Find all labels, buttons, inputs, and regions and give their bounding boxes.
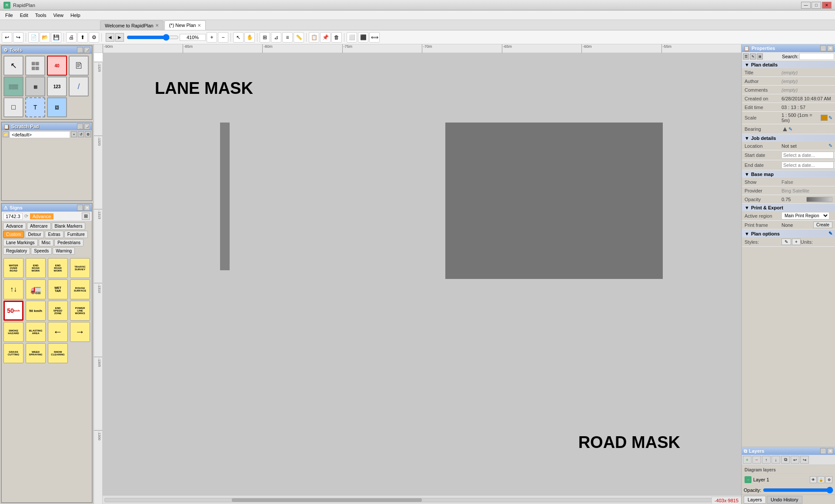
scratch-pad-float[interactable]: _: [77, 123, 83, 129]
signs-nav-btn[interactable]: ⊞: [82, 212, 90, 220]
layer-1-visible[interactable]: 👁: [810, 476, 817, 483]
menu-help[interactable]: Help: [67, 12, 84, 19]
layer-add[interactable]: +: [743, 456, 752, 464]
toolbar-measure[interactable]: 📏: [294, 32, 304, 43]
create-button[interactable]: Create: [813, 222, 832, 228]
select-tool[interactable]: ↖: [3, 56, 23, 76]
toolbar-print[interactable]: 🖨: [66, 32, 77, 43]
sign-right-arrow[interactable]: →: [70, 322, 90, 342]
text-tool[interactable]: T: [25, 97, 45, 117]
toolbar-select[interactable]: ↖: [233, 32, 244, 43]
zoom-in[interactable]: +: [207, 32, 217, 43]
close-button[interactable]: ✕: [822, 2, 832, 9]
rectangle-tool[interactable]: □: [3, 97, 23, 117]
sign-wet-tar[interactable]: WETTAR: [48, 279, 68, 299]
layer-1-name[interactable]: Layer 1: [753, 477, 769, 482]
cat-misc[interactable]: Misc: [39, 239, 54, 246]
bearing-edit-icon[interactable]: ✎: [788, 126, 792, 132]
hatch-tool[interactable]: ▦: [25, 76, 45, 96]
start-date-input[interactable]: [782, 152, 834, 159]
toolbar-redo[interactable]: ↪: [13, 32, 23, 43]
scratch-pad-add[interactable]: +: [71, 131, 77, 137]
sign-smoke-hazard[interactable]: SMOKEHAZARD: [3, 322, 23, 342]
sign-end-roadwork[interactable]: ENDROADWORK: [26, 258, 46, 278]
base-map-header[interactable]: ▼ Base map: [742, 171, 835, 178]
toolbar-settings[interactable]: ⚙: [89, 32, 99, 43]
cat-detour[interactable]: Detour: [25, 231, 44, 238]
cat-aftercare[interactable]: Aftercare: [27, 222, 51, 230]
location-edit-icon[interactable]: ✎: [828, 143, 832, 149]
opacity-slider-prop[interactable]: [806, 197, 832, 202]
cat-extras[interactable]: Extras: [45, 231, 63, 238]
toolbar-export[interactable]: ⬆: [77, 32, 88, 43]
scratch-pad-dropdown[interactable]: <default>: [10, 131, 70, 138]
zoom-slider[interactable]: [127, 34, 179, 41]
prop-toolbar-btn3[interactable]: ⊞: [757, 53, 763, 60]
layer-down[interactable]: ↓: [772, 456, 780, 464]
print-export-header[interactable]: ▼ Print & Export: [742, 204, 835, 211]
plan-details-header[interactable]: ▼ Plan details: [742, 61, 835, 68]
properties-close[interactable]: ✕: [827, 45, 833, 51]
prop-toolbar-btn1[interactable]: ☰: [743, 53, 749, 60]
toolbar-open[interactable]: 📂: [40, 32, 50, 43]
tools-panel-close[interactable]: ✕: [84, 47, 90, 53]
sign-rough-surface[interactable]: ROUGHSURFACE: [70, 279, 90, 299]
sign-end-road-work2[interactable]: ENDROADWORK: [48, 258, 68, 278]
scratch-pad-close[interactable]: ✕: [84, 123, 90, 129]
cat-speeds[interactable]: Speeds: [31, 247, 52, 255]
scale-edit-icon[interactable]: ✎: [828, 115, 832, 121]
canvas-drawing-area[interactable]: LANE MASK ROAD MASK: [103, 53, 741, 495]
sign-end-speed[interactable]: ENDSPEEDZONE: [48, 301, 68, 321]
tab-undo-history[interactable]: Undo History: [767, 496, 802, 504]
sign-50-speed[interactable]: 50km/h: [3, 301, 23, 321]
cat-blank-markers[interactable]: Blank Markers: [52, 222, 86, 230]
layer-1-lock[interactable]: 🔒: [818, 476, 825, 483]
close-tab-new-plan[interactable]: ✕: [197, 23, 201, 28]
toolbar-save[interactable]: 💾: [51, 32, 61, 43]
zoom-out[interactable]: −: [218, 32, 228, 43]
layer-delete[interactable]: −: [752, 456, 761, 464]
number-tool[interactable]: 123: [47, 76, 67, 96]
signs-current-cat[interactable]: Advance: [30, 213, 54, 219]
layer-up[interactable]: ↑: [762, 456, 771, 464]
toolbar-group[interactable]: ⬜: [347, 32, 357, 43]
sign-snow-clearing[interactable]: SNOWCLEARING: [48, 343, 68, 363]
active-region-select[interactable]: Main Print Region: [782, 212, 829, 219]
end-date-input[interactable]: [782, 162, 834, 169]
layer-1-settings[interactable]: ⚙: [825, 476, 832, 483]
tab-layers[interactable]: Layers: [744, 496, 766, 504]
layer-copy[interactable]: ⧉: [781, 456, 790, 464]
sign-arrows[interactable]: ↑↓: [3, 279, 23, 299]
layers-close[interactable]: ✕: [827, 448, 833, 454]
scratch-pad-refresh[interactable]: ↺: [78, 131, 84, 137]
toolbar-grid[interactable]: ⊞: [260, 32, 270, 43]
cat-regulatory[interactable]: Regulatory: [3, 247, 30, 255]
scratch-pad-settings[interactable]: ⚙: [85, 131, 91, 137]
toolbar-undo[interactable]: ↩: [2, 32, 12, 43]
sign-power-works[interactable]: POWERLINEWORKS: [70, 301, 90, 321]
minimize-button[interactable]: —: [801, 2, 811, 9]
close-tab-welcome[interactable]: ✕: [155, 23, 159, 28]
toolbar-paste[interactable]: 📌: [320, 32, 331, 43]
cat-furniture[interactable]: Furniture: [64, 231, 88, 238]
styles-edit-btn[interactable]: ✎: [782, 239, 791, 245]
properties-float[interactable]: _: [820, 45, 826, 51]
prop-toolbar-btn2[interactable]: ✎: [750, 53, 756, 60]
canvas-area[interactable]: -90m -85m -80m -75m -70m -65m -6: [94, 44, 741, 504]
nav-forward[interactable]: ►: [115, 33, 124, 42]
toolbar-flip[interactable]: ⟺: [369, 32, 380, 43]
opacity-layers-slider[interactable]: [763, 487, 833, 494]
cat-warning[interactable]: Warning: [53, 247, 75, 255]
image-tool[interactable]: 🖼: [47, 97, 67, 117]
tab-new-plan[interactable]: (*) New Plan ✕: [164, 20, 206, 30]
stamp-tool[interactable]: 🖹: [69, 56, 89, 76]
sign-grass-cutting[interactable]: GRASSCUTTING: [3, 343, 23, 363]
styles-add-btn[interactable]: +: [792, 239, 801, 245]
terrain-tool[interactable]: ▒▒▒: [3, 76, 23, 96]
sign-blasting[interactable]: BLASTINGAREA: [26, 322, 46, 342]
sign-water-over-road[interactable]: WATEROVERROAD: [3, 258, 23, 278]
line-tool[interactable]: /: [69, 76, 89, 96]
grid-tool[interactable]: ▦▦▦▦: [25, 56, 45, 76]
cat-lane-markings[interactable]: Lane Markings: [3, 239, 38, 246]
layer-redo[interactable]: ↪: [800, 456, 809, 464]
